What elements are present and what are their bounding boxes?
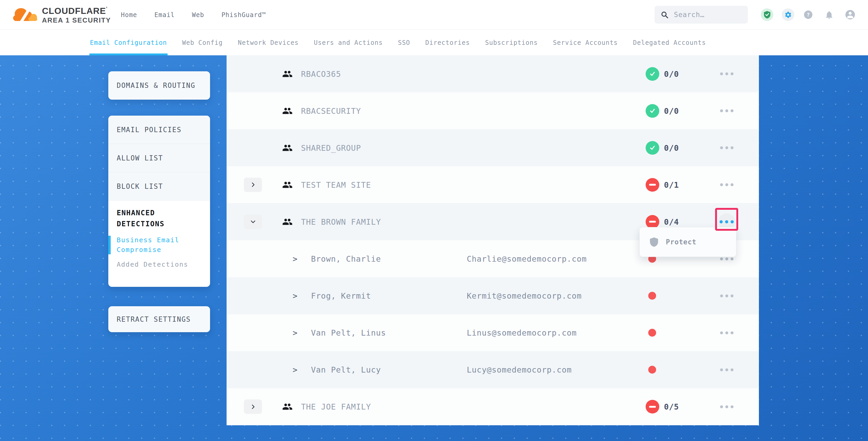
settings-gear-icon[interactable]	[782, 8, 794, 21]
group-row-test-team-site[interactable]: TEST TEAM SITE 0/1	[226, 166, 759, 203]
user-name: Brown, Charlie	[311, 254, 381, 263]
status-blocked-icon	[646, 400, 659, 413]
chevron-down-icon	[250, 219, 256, 225]
brand-subtitle: AREA 1 SECURITY	[42, 17, 111, 24]
tab-email-configuration[interactable]: Email Configuration	[90, 30, 167, 55]
user-row-van-pelt-linus[interactable]: > Van Pelt, Linus Linus@somedemocorp.com	[226, 314, 759, 351]
user-row-van-pelt-lucy[interactable]: > Van Pelt, Lucy Lucy@somedemocorp.com	[226, 351, 759, 388]
user-row-frog-kermit[interactable]: > Frog, Kermit Kermit@somedemocorp.com	[226, 277, 759, 314]
tab-subscriptions[interactable]: Subscriptions	[485, 30, 538, 55]
chevron-right-icon[interactable]: >	[293, 291, 298, 301]
expand-button[interactable]	[244, 400, 262, 414]
enhanced-detections-items: Business Email CompromiseAdded Detection…	[117, 235, 202, 270]
app-header: CLOUDFLARE’ AREA 1 SECURITY HomeEmailWeb…	[0, 0, 868, 30]
sidebar-item-domains-routing[interactable]: DOMAINS & ROUTING	[108, 71, 210, 100]
row-menu-button[interactable]	[717, 327, 736, 339]
sidebar-policies-card: EMAIL POLICIESALLOW LISTBLOCK LIST ENHAN…	[108, 116, 210, 287]
sidebar-label: EMAIL POLICIES	[117, 126, 182, 134]
group-name: RBACO365	[301, 69, 341, 78]
brand-name: CLOUDFLARE	[42, 6, 106, 16]
sidebar-item-block-list[interactable]: BLOCK LIST	[108, 172, 210, 200]
sidebar-item-retract-settings[interactable]: RETRACT SETTINGS	[108, 306, 210, 332]
sidebar-subitem-business-email-compromise[interactable]: Business Email Compromise	[117, 235, 195, 255]
protection-count: 0/0	[664, 69, 679, 78]
group-row-shared-group[interactable]: SHARED_GROUP 0/0	[226, 129, 759, 166]
chevron-right-icon[interactable]: >	[293, 328, 298, 338]
user-name: Frog, Kermit	[311, 291, 371, 301]
protection-count: 0/1	[664, 180, 679, 189]
status-blocked-dot	[648, 292, 656, 300]
tab-sso[interactable]: SSO	[398, 30, 410, 55]
user-email: Kermit@somedemocorp.com	[467, 291, 582, 301]
group-name: SHARED_GROUP	[301, 143, 361, 152]
security-shield-icon[interactable]	[761, 8, 773, 21]
status-blocked-icon	[646, 215, 659, 229]
row-menu-button[interactable]	[717, 179, 736, 191]
row-menu-button[interactable]	[717, 142, 736, 154]
status-blocked-icon	[646, 178, 659, 192]
status-ok-icon	[646, 141, 659, 155]
row-menu-button[interactable]	[717, 290, 736, 302]
status-blocked-dot	[648, 329, 656, 337]
notifications-bell-icon[interactable]	[824, 10, 834, 20]
user-email: Charlie@somedemocorp.com	[467, 254, 587, 263]
user-name: Van Pelt, Linus	[311, 328, 386, 338]
sidebar-item-email-policies[interactable]: EMAIL POLICIES	[108, 116, 210, 144]
chevron-right-icon[interactable]: >	[293, 254, 298, 263]
top-nav-item-phishguard[interactable]: PhishGuard™	[221, 11, 266, 19]
top-nav-item-web[interactable]: Web	[192, 11, 204, 19]
group-name: RBACSECURITY	[301, 106, 361, 115]
sidebar-item-enhanced-detections[interactable]: ENHANCED DETECTIONS Business Email Compr…	[108, 200, 210, 287]
row-menu-button[interactable]	[717, 105, 736, 117]
search-input[interactable]	[655, 6, 748, 24]
group-row-rbaco365[interactable]: RBACO365 0/0	[226, 55, 759, 92]
tab-network-devices[interactable]: Network Devices	[238, 30, 299, 55]
status-ok-icon	[646, 67, 659, 81]
tab-service-accounts[interactable]: Service Accounts	[553, 30, 618, 55]
help-icon[interactable]: ?	[804, 10, 812, 19]
protection-count: 0/4	[664, 217, 679, 226]
group-icon	[282, 401, 293, 412]
group-icon	[282, 217, 293, 227]
top-nav-item-email[interactable]: Email	[154, 11, 175, 19]
user-email: Lucy@somedemocorp.com	[467, 365, 572, 374]
sidebar-label: BLOCK LIST	[117, 183, 163, 190]
row-context-menu: Protect	[639, 227, 736, 257]
chevron-right-icon[interactable]: >	[293, 365, 298, 374]
row-menu-button[interactable]	[717, 68, 736, 80]
cloudflare-cloud-logo-icon	[10, 6, 39, 24]
tab-delegated-accounts[interactable]: Delegated Accounts	[633, 30, 706, 55]
protection-count: 0/5	[664, 402, 679, 411]
group-icon	[282, 69, 293, 79]
protect-shield-icon	[650, 237, 658, 247]
sidebar-subitem-added-detections[interactable]: Added Detections	[117, 259, 195, 270]
row-menu-button[interactable]	[717, 401, 736, 412]
user-email: Linus@somedemocorp.com	[467, 328, 577, 338]
protection-count: 0/0	[664, 106, 679, 115]
group-name: THE JOE FAMILY	[301, 402, 371, 411]
group-name: TEST TEAM SITE	[301, 180, 371, 189]
sidebar-item-allow-list[interactable]: ALLOW LIST	[108, 144, 210, 172]
protection-count: 0/0	[664, 143, 679, 152]
top-nav-item-home[interactable]: Home	[121, 11, 137, 19]
tab-web-config[interactable]: Web Config	[182, 30, 223, 55]
expand-button[interactable]	[244, 215, 262, 229]
cloudflare-logo: CLOUDFLARE’ AREA 1 SECURITY	[42, 6, 111, 24]
group-row-rbacsecurity[interactable]: RBACSECURITY 0/0	[226, 92, 759, 129]
menu-item-protect[interactable]: Protect	[666, 238, 696, 246]
tab-directories[interactable]: Directories	[425, 30, 470, 55]
chevron-right-icon	[250, 404, 256, 410]
expand-button[interactable]	[244, 178, 262, 192]
search-box	[655, 6, 748, 24]
top-nav: HomeEmailWebPhishGuard™	[121, 0, 266, 30]
sidebar-policy-list: EMAIL POLICIESALLOW LISTBLOCK LIST	[108, 116, 210, 200]
tabs: Email ConfigurationWeb ConfigNetwork Dev…	[90, 30, 706, 55]
secondary-nav-bar: Email ConfigurationWeb ConfigNetwork Dev…	[0, 30, 868, 55]
row-menu-button[interactable]	[717, 364, 736, 375]
group-row-the-joe-family[interactable]: THE JOE FAMILY 0/5	[226, 388, 759, 425]
chevron-right-icon	[250, 182, 256, 188]
account-avatar-icon[interactable]	[845, 10, 855, 20]
page-root: CLOUDFLARE’ AREA 1 SECURITY HomeEmailWeb…	[0, 0, 868, 441]
status-blocked-dot	[648, 366, 656, 374]
tab-users-and-actions[interactable]: Users and Actions	[314, 30, 383, 55]
